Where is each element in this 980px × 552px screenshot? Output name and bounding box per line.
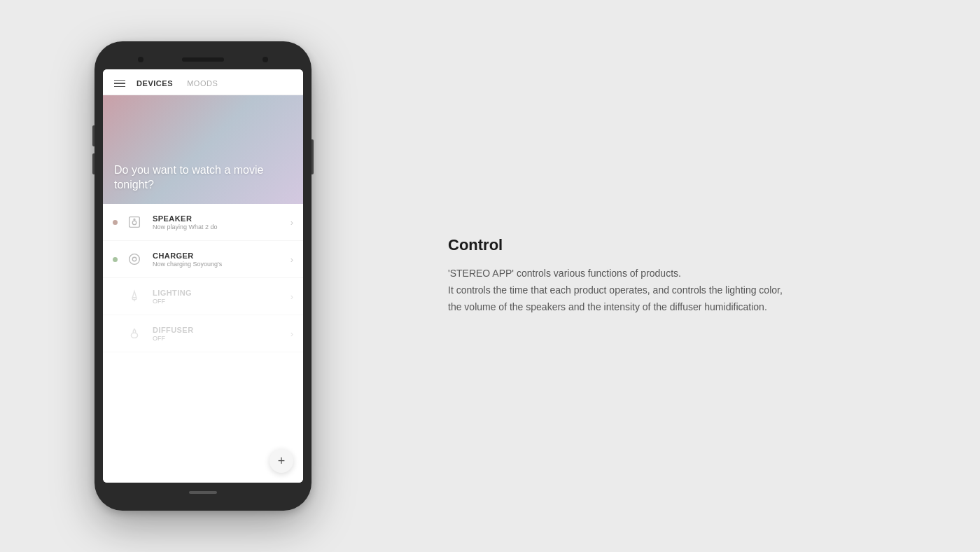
speaker-name: SPEAKER (153, 214, 290, 223)
lighting-icon (125, 287, 144, 306)
phone-top-bar (103, 50, 303, 69)
device-item-diffuser[interactable]: DIFFUSER OFF › (103, 315, 303, 352)
device-item-charger[interactable]: CHARGER Now charging Soyoung's › (103, 241, 303, 278)
control-title: Control (448, 236, 938, 254)
lighting-status: OFF (153, 298, 290, 305)
tab-moods[interactable]: MOODS (187, 79, 218, 88)
charger-info: CHARGER Now charging Soyoung's (153, 251, 290, 268)
volume-btn-down (92, 153, 94, 174)
phone-frame: DEVICES MOODS Do you want to watch a mov… (94, 41, 312, 511)
svg-rect-6 (132, 298, 136, 300)
hero-text: Do you want to watch a movie tonight? (114, 163, 292, 193)
diffuser-chevron: › (290, 329, 293, 339)
diffuser-icon (125, 324, 144, 343)
charger-name: CHARGER (153, 251, 290, 260)
phone-bottom-bar (103, 483, 303, 502)
add-device-button[interactable]: + (270, 449, 293, 473)
description-line1: 'STEREO APP' controls various functions … (448, 268, 681, 279)
device-item-lighting[interactable]: LIGHTING OFF › (103, 278, 303, 315)
description-line2: It controls the time that each product o… (448, 284, 783, 296)
phone-screen: DEVICES MOODS Do you want to watch a mov… (103, 69, 303, 483)
front-camera (138, 57, 144, 62)
svg-point-2 (134, 219, 135, 220)
diffuser-info: DIFFUSER OFF (153, 326, 290, 342)
svg-point-4 (132, 257, 136, 261)
hamburger-menu-button[interactable] (114, 80, 125, 88)
diffuser-status: OFF (153, 335, 290, 342)
control-description: 'STEREO APP' controls various functions … (448, 265, 868, 315)
charger-chevron: › (290, 254, 293, 265)
description-line3: the volume of the speakers and the inten… (448, 301, 767, 312)
lighting-chevron: › (290, 291, 293, 302)
speaker-status: Now playing What 2 do (153, 223, 290, 230)
svg-point-3 (130, 254, 140, 265)
app-header: DEVICES MOODS (103, 69, 303, 95)
sensor (262, 57, 268, 62)
hero-banner: Do you want to watch a movie tonight? (103, 95, 303, 204)
earpiece (182, 57, 224, 62)
tab-devices[interactable]: DEVICES (136, 79, 173, 88)
charger-status: Now charging Soyoung's (153, 261, 290, 268)
status-dot-speaker (113, 220, 118, 225)
speaker-icon (125, 212, 144, 232)
speaker-info: SPEAKER Now playing What 2 do (153, 214, 290, 230)
nav-tabs: DEVICES MOODS (136, 79, 218, 88)
lighting-name: LIGHTING (153, 289, 290, 297)
svg-point-8 (131, 333, 137, 338)
svg-marker-5 (132, 291, 136, 298)
charger-icon (125, 249, 144, 269)
right-panel: Control 'STEREO APP' controls various fu… (406, 208, 980, 343)
phone-mockup: DEVICES MOODS Do you want to watch a mov… (0, 0, 406, 552)
lighting-info: LIGHTING OFF (153, 289, 290, 305)
volume-btn-up (92, 125, 94, 146)
status-dot-charger (113, 257, 118, 262)
power-btn (312, 139, 314, 174)
diffuser-name: DIFFUSER (153, 326, 290, 334)
device-list: SPEAKER Now playing What 2 do › (103, 204, 303, 483)
svg-point-1 (132, 221, 136, 225)
device-item-speaker[interactable]: SPEAKER Now playing What 2 do › (103, 204, 303, 241)
speaker-chevron: › (290, 217, 293, 228)
home-indicator (189, 491, 217, 494)
